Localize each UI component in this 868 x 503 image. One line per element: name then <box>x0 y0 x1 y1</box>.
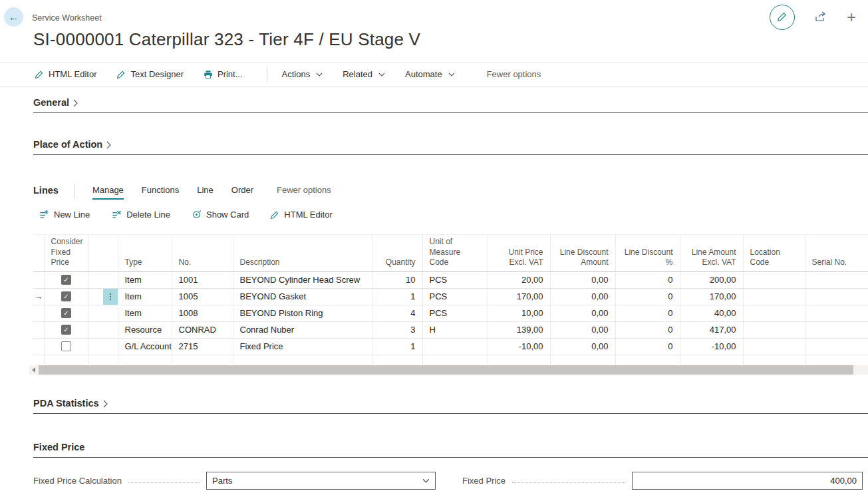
tab-fewer-options[interactable]: Fewer options <box>277 185 331 198</box>
cell-row-handle[interactable] <box>88 288 118 305</box>
back-button[interactable]: ← <box>4 7 23 27</box>
cell-serial-no[interactable] <box>805 305 868 321</box>
cell-line-amount[interactable]: 40,00 <box>680 305 743 321</box>
tab-order[interactable]: Order <box>231 185 253 198</box>
cell-unit-price[interactable]: 139,00 <box>488 321 550 338</box>
tab-manage[interactable]: Manage <box>92 185 124 200</box>
cell-line-discount-pct[interactable]: 0 <box>615 321 680 338</box>
checkbox-checked-icon[interactable]: ✓ <box>61 325 71 335</box>
cell-location-code[interactable] <box>743 305 805 321</box>
row-options-icon[interactable] <box>103 289 118 305</box>
checkbox-unchecked-icon[interactable] <box>61 341 71 351</box>
cell-line-discount-pct[interactable]: 0 <box>615 305 680 321</box>
cell-line-discount-pct[interactable]: 0 <box>615 338 680 355</box>
section-fixed-price[interactable]: Fixed Price <box>33 442 868 458</box>
text-designer-action[interactable]: Text Designer <box>116 69 183 79</box>
cell-uom[interactable]: H <box>422 321 488 338</box>
section-general[interactable]: General <box>33 97 868 113</box>
cell-no[interactable]: 1001 <box>172 271 233 288</box>
cell-no[interactable]: 1005 <box>172 288 233 305</box>
cell-quantity[interactable]: 1 <box>372 338 422 355</box>
automate-menu[interactable]: Automate <box>405 69 455 79</box>
cell-location-code[interactable] <box>743 338 805 355</box>
col-consider-fixed-price[interactable]: Consider Fixed Price <box>44 235 88 272</box>
cell-type[interactable]: Resource <box>118 321 172 338</box>
cell-unit-price[interactable]: -10,00 <box>488 338 550 355</box>
cell-line-discount-amount[interactable]: 0,00 <box>550 305 615 321</box>
cell-uom[interactable]: PCS <box>422 271 488 288</box>
cell-consider-fixed-price[interactable]: ✓ <box>44 271 88 288</box>
share-button[interactable] <box>815 11 827 24</box>
cell-line-amount[interactable]: 200,00 <box>680 271 743 288</box>
cell-line-amount[interactable]: -10,00 <box>680 338 743 355</box>
cell-description[interactable]: Conrad Nuber <box>233 321 372 338</box>
section-place-of-action[interactable]: Place of Action <box>33 139 868 155</box>
cell-consider-fixed-price[interactable]: ✓ <box>44 305 88 321</box>
horizontal-scrollbar[interactable] <box>29 365 868 375</box>
cell-no[interactable]: 1008 <box>172 305 233 321</box>
table-row[interactable]: →✓Item1005BEYOND Gasket1PCS170,000,00017… <box>33 288 868 305</box>
new-line-button[interactable]: New Line <box>39 210 90 220</box>
cell-type[interactable]: Item <box>118 288 172 305</box>
cell-consider-fixed-price[interactable]: ✓ <box>44 288 88 305</box>
tab-line[interactable]: Line <box>197 185 214 198</box>
cell-unit-price[interactable]: 10,00 <box>488 305 550 321</box>
checkbox-checked-icon[interactable]: ✓ <box>61 308 71 318</box>
show-card-button[interactable]: Show Card <box>192 210 249 220</box>
cell-line-discount-pct[interactable]: 0 <box>615 288 680 305</box>
scroll-left-icon[interactable] <box>32 367 35 373</box>
cell-location-code[interactable] <box>743 271 805 288</box>
cell-line-amount[interactable]: 170,00 <box>680 288 743 305</box>
cell-consider-fixed-price[interactable]: ✓ <box>44 321 88 338</box>
cell-quantity[interactable]: 4 <box>372 305 422 321</box>
col-quantity[interactable]: Quantity <box>372 235 422 272</box>
cell-uom[interactable] <box>422 338 488 355</box>
html-editor-action[interactable]: HTML Editor <box>35 69 96 79</box>
cell-serial-no[interactable] <box>805 338 868 355</box>
col-unit-price[interactable]: Unit Price Excl. VAT <box>488 235 550 272</box>
col-line-discount-pct[interactable]: Line Discount % <box>615 235 680 272</box>
cell-type[interactable]: Item <box>118 271 172 288</box>
print-action[interactable]: Print... <box>204 69 243 79</box>
actions-menu[interactable]: Actions <box>282 69 323 79</box>
cell-line-amount[interactable]: 417,00 <box>680 321 743 338</box>
edit-button[interactable] <box>770 5 795 30</box>
cell-uom[interactable]: PCS <box>422 288 488 305</box>
section-pda-statistics[interactable]: PDA Statistics <box>33 398 868 414</box>
cell-location-code[interactable] <box>743 288 805 305</box>
cell-uom[interactable]: PCS <box>422 305 488 321</box>
cell-serial-no[interactable] <box>805 288 868 305</box>
col-line-amount[interactable]: Line Amount Excl. VAT <box>680 235 743 272</box>
cell-description[interactable]: BEYOND Cylinder Head Screw <box>233 271 372 288</box>
checkbox-checked-icon[interactable]: ✓ <box>61 291 71 301</box>
tab-functions[interactable]: Functions <box>142 185 179 198</box>
scrollbar-thumb[interactable] <box>39 365 853 375</box>
cell-quantity[interactable]: 10 <box>372 271 422 288</box>
cell-line-discount-pct[interactable]: 0 <box>615 271 680 288</box>
col-no[interactable]: No. <box>172 235 233 272</box>
table-row[interactable]: ✓Item1001BEYOND Cylinder Head Screw10PCS… <box>33 271 868 288</box>
fixed-price-input[interactable] <box>632 472 863 490</box>
cell-no[interactable]: CONRAD <box>172 321 233 338</box>
col-uom[interactable]: Unit of Measure Code <box>422 235 488 272</box>
table-row[interactable]: G/L Account2715Fixed Price1-10,000,000-1… <box>33 338 868 355</box>
chevron-down-icon[interactable] <box>422 478 430 483</box>
cell-line-discount-amount[interactable]: 0,00 <box>550 288 615 305</box>
cell-description[interactable]: BEYOND Gasket <box>233 288 372 305</box>
cell-quantity[interactable]: 1 <box>372 288 422 305</box>
table-row[interactable]: ✓Item1008BEYOND Piston Ring4PCS10,000,00… <box>33 305 868 321</box>
cell-quantity[interactable]: 3 <box>372 321 422 338</box>
col-description[interactable]: Description <box>233 235 372 272</box>
cell-line-discount-amount[interactable]: 0,00 <box>550 271 615 288</box>
cell-line-discount-amount[interactable]: 0,00 <box>550 321 615 338</box>
fewer-options-action[interactable]: Fewer options <box>487 69 541 79</box>
col-serial-no[interactable]: Serial No. <box>805 235 868 272</box>
cell-description[interactable]: Fixed Price <box>233 338 372 355</box>
cell-location-code[interactable] <box>743 321 805 338</box>
col-line-discount-amount[interactable]: Line Discount Amount <box>550 235 615 272</box>
cell-unit-price[interactable]: 170,00 <box>488 288 550 305</box>
delete-line-button[interactable]: Delete Line <box>111 210 170 220</box>
cell-serial-no[interactable] <box>805 321 868 338</box>
checkbox-checked-icon[interactable]: ✓ <box>61 275 71 285</box>
col-type[interactable]: Type <box>118 235 172 272</box>
